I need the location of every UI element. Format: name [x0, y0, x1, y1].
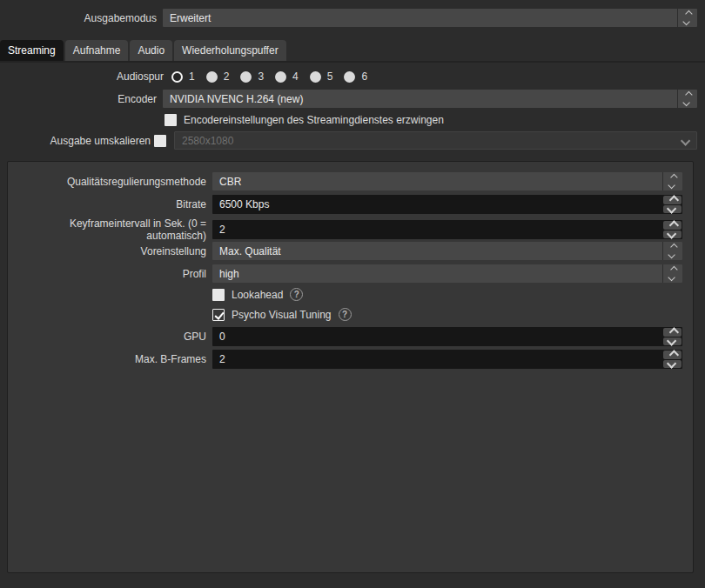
- preset-label: Voreinstellung: [8, 245, 206, 257]
- gpu-spinbox[interactable]: 0: [212, 327, 682, 346]
- rescale-output-checkbox[interactable]: [154, 135, 166, 147]
- keyframe-interval-row: Keyframeintervall in Sek. (0 = automatis…: [8, 217, 682, 242]
- tab-wiederholungspuffer-label: Wiederholungspuffer: [182, 44, 279, 57]
- chevron-down-icon: [666, 204, 675, 214]
- chevron-up-icon: [670, 244, 677, 251]
- radio-track-4[interactable]: 4: [275, 70, 299, 83]
- tab-audio-label: Audio: [138, 44, 164, 57]
- radio-icon: [344, 71, 355, 83]
- tab-wiederholungspuffer[interactable]: Wiederholungspuffer: [174, 40, 286, 61]
- chevron-down-icon: [666, 230, 675, 239]
- radio-track-6[interactable]: 6: [344, 70, 367, 83]
- spin-buttons: [663, 350, 682, 369]
- rate-control-row: Qualitätsregulierungsmethode CBR: [8, 172, 682, 190]
- combo-arrow-button[interactable]: [662, 172, 682, 190]
- chevron-up-icon: [685, 91, 692, 98]
- profile-select[interactable]: high: [212, 264, 682, 283]
- radio-selected-icon: [171, 71, 183, 83]
- audio-track-row: Audiospur 1 2 3 4 5 6: [0, 70, 697, 83]
- spin-down-button[interactable]: [663, 337, 682, 346]
- audio-track-label: Audiospur: [0, 70, 164, 83]
- chevron-up-icon: [668, 195, 678, 204]
- spin-up-button[interactable]: [663, 328, 682, 337]
- max-bframes-value: 2: [212, 353, 663, 365]
- enforce-settings-checkbox[interactable]: [164, 114, 177, 126]
- tab-audio[interactable]: Audio: [130, 40, 172, 61]
- radio-track-2-label: 2: [224, 70, 230, 83]
- chevron-down-icon: [666, 337, 675, 346]
- tab-bar: Streaming Aufnahme Audio Wiederholungspu…: [0, 40, 288, 61]
- keyframe-interval-label: Keyframeintervall in Sek. (0 = automatis…: [8, 217, 206, 242]
- tab-aufnahme-label: Aufnahme: [73, 44, 121, 57]
- preset-row: Voreinstellung Max. Qualität: [8, 242, 682, 260]
- gpu-row: GPU 0: [8, 327, 682, 346]
- keyframe-interval-value: 2: [212, 224, 663, 236]
- lookahead-label: Lookahead: [232, 289, 283, 301]
- bitrate-spinbox[interactable]: 6500 Kbps: [212, 195, 682, 214]
- rate-control-label: Qualitätsregulierungsmethode: [8, 176, 206, 188]
- spin-buttons: [663, 327, 682, 346]
- preset-value: Max. Qualität: [212, 245, 662, 257]
- chevron-down-icon: [668, 182, 675, 189]
- help-icon[interactable]: ?: [290, 288, 303, 301]
- spin-buttons: [663, 220, 682, 239]
- audio-track-radio-group: 1 2 3 4 5 6: [171, 70, 379, 83]
- encoder-select[interactable]: NVIDIA NVENC H.264 (new): [163, 90, 697, 108]
- tab-streaming[interactable]: Streaming: [0, 40, 64, 61]
- keyframe-interval-spinbox[interactable]: 2: [212, 220, 682, 239]
- lookahead-row: Lookahead ?: [8, 288, 682, 301]
- combo-arrow-button[interactable]: [662, 264, 682, 283]
- chevron-up-icon: [670, 266, 677, 273]
- radio-track-5[interactable]: 5: [310, 70, 333, 83]
- rescale-output-label: Ausgabe umskalieren: [0, 135, 151, 147]
- chevron-up-icon: [685, 10, 692, 17]
- max-bframes-spinbox[interactable]: 2: [212, 350, 682, 369]
- output-mode-row: Ausgabemodus Erweitert: [0, 9, 697, 27]
- spin-up-button[interactable]: [663, 196, 682, 204]
- spin-up-button[interactable]: [663, 221, 682, 230]
- radio-track-3[interactable]: 3: [240, 70, 264, 83]
- encoder-value: NVIDIA NVENC H.264 (new): [163, 93, 677, 105]
- spin-up-button[interactable]: [663, 351, 682, 359]
- radio-track-6-label: 6: [361, 70, 367, 83]
- obs-output-settings-page: { "icons": { "help": "?" }, "output_mode…: [0, 0, 705, 588]
- profile-row: Profil high: [8, 264, 682, 283]
- bitrate-label: Bitrate: [8, 198, 206, 210]
- rate-control-select[interactable]: CBR: [212, 172, 682, 190]
- max-bframes-label: Max. B-Frames: [8, 353, 206, 365]
- max-bframes-row: Max. B-Frames 2: [8, 350, 682, 369]
- spin-down-button[interactable]: [663, 231, 682, 239]
- profile-value: high: [212, 268, 662, 280]
- rate-control-value: CBR: [212, 176, 662, 188]
- radio-track-2[interactable]: 2: [206, 70, 230, 83]
- gpu-value: 0: [212, 331, 663, 343]
- chevron-down-icon: [668, 274, 675, 281]
- chevron-up-icon: [670, 174, 677, 181]
- radio-track-1[interactable]: 1: [171, 70, 195, 83]
- preset-select[interactable]: Max. Qualität: [212, 242, 682, 260]
- tab-pane-divider: [0, 61, 705, 63]
- chevron-up-icon: [668, 350, 678, 359]
- encoder-label: Encoder: [0, 93, 157, 105]
- output-mode-label: Ausgabemodus: [0, 12, 157, 24]
- spin-down-button[interactable]: [663, 205, 682, 214]
- output-mode-select[interactable]: Erweitert: [163, 9, 697, 27]
- spin-down-button[interactable]: [663, 360, 682, 369]
- lookahead-checkbox[interactable]: [212, 289, 225, 301]
- combo-arrow-button[interactable]: [662, 242, 682, 260]
- combo-arrow-button[interactable]: [677, 9, 697, 27]
- radio-icon: [275, 71, 286, 83]
- chevron-down-icon: [680, 136, 689, 145]
- radio-track-3-label: 3: [258, 70, 264, 83]
- enforce-settings-label: Encodereinstellungen des Streamingdienst…: [184, 114, 444, 126]
- combo-arrow-button[interactable]: [677, 90, 697, 108]
- radio-track-4-label: 4: [292, 70, 299, 83]
- tab-aufnahme[interactable]: Aufnahme: [65, 40, 129, 61]
- output-mode-value: Erweitert: [163, 12, 677, 24]
- psycho-visual-tuning-checkbox[interactable]: [212, 309, 225, 321]
- encoder-settings-groupbox: Qualitätsregulierungsmethode CBR Bitrate…: [7, 161, 694, 573]
- radio-icon: [240, 71, 252, 83]
- chevron-down-icon: [668, 251, 675, 258]
- bitrate-row: Bitrate 6500 Kbps: [8, 195, 682, 214]
- help-icon[interactable]: ?: [339, 308, 352, 321]
